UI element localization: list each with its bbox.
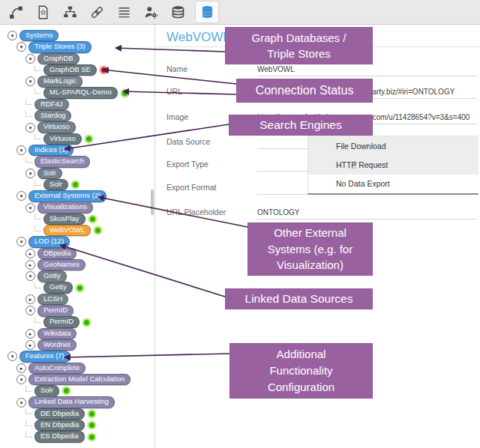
tree-node-geonames[interactable]: ▸GeoNames	[0, 259, 154, 270]
tree-node-stardog[interactable]: Stardog	[0, 110, 154, 121]
scrollbar-thumb[interactable]	[151, 190, 154, 215]
dropdown-option-no-data-export[interactable]: No Data Export	[308, 175, 478, 193]
tree-node-label[interactable]: Triple Stores (3)	[28, 41, 92, 52]
expand-toggle-icon[interactable]: ▸	[26, 340, 35, 350]
tree-node-label[interactable]: ML-SPARQL-Demo	[44, 87, 118, 98]
collapse-toggle-icon[interactable]: ▾	[26, 123, 35, 133]
expand-toggle-icon[interactable]: ▸	[26, 249, 35, 258]
collapse-toggle-icon[interactable]: ▾	[26, 76, 35, 86]
dropdown-option-file-download[interactable]: File Download	[308, 136, 478, 155]
tree-node-elasticsearch[interactable]: ElasticSearch	[0, 156, 154, 167]
tree-node-lod-12[interactable]: ▾LOD (12)	[0, 236, 154, 247]
collapse-toggle-icon[interactable]: ▾	[16, 398, 26, 408]
tree-node-label[interactable]: GraphDB SE	[44, 64, 97, 76]
tree-node-visualizations[interactable]: ▾Visualizations	[0, 202, 154, 213]
tree-node-label[interactable]: External Systems (2)	[28, 190, 106, 202]
collapse-toggle-icon[interactable]: ▾	[16, 145, 26, 155]
tree-node-es-dbpedia[interactable]: ES Dbpedia	[0, 431, 154, 442]
tree-node-label[interactable]: Virtuoso	[44, 133, 82, 145]
tree-node-label[interactable]: Wikidata	[38, 328, 76, 339]
tree-node-label[interactable]: GeoNames	[38, 259, 86, 270]
tree-node-en-dbpedia[interactable]: EN Dbpedia	[0, 420, 154, 431]
tree-node-external-systems-2[interactable]: ▾External Systems (2)	[0, 190, 154, 202]
link-icon[interactable]	[87, 2, 106, 22]
expand-toggle-icon[interactable]: ▸	[26, 329, 35, 339]
name-input[interactable]: WebVOWL	[257, 63, 476, 76]
tree-node-label[interactable]: Virtuoso	[38, 121, 76, 133]
expand-toggle-icon[interactable]: ▸	[26, 260, 35, 270]
tree-node-label[interactable]: DBpedia	[38, 248, 76, 259]
list-icon[interactable]	[114, 2, 134, 22]
tree-node-solr[interactable]: Solr	[0, 385, 154, 396]
tree-node-getty[interactable]: ▾Getty	[0, 270, 154, 282]
collapse-toggle-icon[interactable]: ▾	[16, 237, 26, 246]
tree-node-label[interactable]: Systems	[20, 30, 58, 41]
tree-node-solr[interactable]: Solr	[0, 179, 154, 190]
tree-node-lcsh[interactable]: ▸LCSH	[0, 294, 154, 305]
tree-node-features-7[interactable]: ▾Features (7)	[0, 351, 154, 362]
tree-node-triple-stores-3[interactable]: ▾Triple Stores (3)	[0, 41, 154, 52]
tree-node-label[interactable]: LCSH	[38, 294, 68, 305]
collapse-toggle-icon[interactable]: ▾	[26, 306, 35, 315]
tree-node-dbpedia[interactable]: ▸DBpedia	[0, 248, 154, 259]
databases-icon[interactable]	[168, 2, 188, 22]
tree-node-systems[interactable]: ▾Systems	[0, 30, 154, 41]
tree-node-label[interactable]: Features (7)	[20, 351, 70, 362]
tree-node-label[interactable]: Stardog	[34, 110, 71, 121]
tree-node-label[interactable]: EN Dbpedia	[34, 420, 85, 431]
tree-node-label[interactable]: Extraction Model Calculation	[28, 374, 130, 385]
user-settings-icon[interactable]	[141, 2, 160, 22]
tree-node-label[interactable]: RDF4J	[34, 99, 69, 110]
tree-node-de-dbpedia[interactable]: DE Dbpedia	[0, 408, 154, 420]
collapse-toggle-icon[interactable]: ▾	[16, 375, 26, 384]
tree-node-marklogic[interactable]: ▾MarkLogic	[0, 76, 154, 87]
tree-node-getty[interactable]: Getty	[0, 282, 154, 294]
collapse-toggle-icon[interactable]: ▾	[16, 42, 26, 52]
tree-node-rdf4j[interactable]: RDF4J	[0, 99, 154, 110]
tree-node-ml-sparql-demo[interactable]: ML-SPARQL-Demo	[0, 87, 154, 98]
tree-node-label[interactable]: ElasticSearch	[34, 156, 90, 167]
tree-node-virtuoso[interactable]: ▾Virtuoso	[0, 121, 154, 133]
tree-node-permid[interactable]: PermID	[0, 316, 154, 327]
tree-node-graphdb-se[interactable]: GraphDB SE	[0, 64, 154, 76]
tree-node-solr[interactable]: ▾Solr	[0, 168, 154, 179]
tree-node-label[interactable]: SkosPlay	[44, 214, 86, 225]
tree-node-permid[interactable]: ▾PermID	[0, 305, 154, 316]
tree-node-label[interactable]: Getty	[44, 282, 73, 293]
document-star-icon[interactable]	[33, 2, 52, 22]
tree-node-label[interactable]: MarkLogic	[38, 76, 82, 87]
tree-node-label[interactable]: Solr	[44, 179, 68, 190]
tree-node-wikidata[interactable]: ▸Wikidata	[0, 328, 154, 339]
hierarchy-icon[interactable]	[60, 2, 80, 22]
expand-toggle-icon[interactable]: ▸	[16, 363, 26, 373]
collapse-toggle-icon[interactable]: ▾	[26, 169, 35, 178]
tree-node-label[interactable]: Linked Data Harvesting	[28, 396, 115, 408]
tree-node-label[interactable]: Solr	[34, 385, 59, 396]
database-active-icon[interactable]	[195, 1, 219, 23]
tree-node-label[interactable]: Getty	[38, 270, 67, 282]
connections-icon[interactable]	[6, 2, 26, 22]
tree-node-label[interactable]: AutoComplete	[28, 363, 86, 374]
collapse-toggle-icon[interactable]: ▾	[8, 351, 17, 361]
tree-node-indices-1[interactable]: ▾Indices (1)	[0, 145, 154, 156]
tree-node-label[interactable]: DE Dbpedia	[34, 408, 85, 420]
tree-node-wordnet[interactable]: ▸Wordnet	[0, 339, 154, 351]
tree-node-label[interactable]: PermID	[44, 316, 80, 327]
expand-toggle-icon[interactable]: ▸	[26, 294, 35, 304]
tree-node-label[interactable]: PermID	[38, 305, 74, 316]
tree-node-linked-data-harvesting[interactable]: ▾Linked Data Harvesting	[0, 397, 154, 408]
collapse-toggle-icon[interactable]: ▾	[26, 203, 35, 213]
tree-node-label[interactable]: Wordnet	[38, 339, 76, 351]
tree-node-graphdb[interactable]: ▾GraphDB	[0, 53, 154, 64]
collapse-toggle-icon[interactable]: ▾	[26, 271, 35, 281]
collapse-toggle-icon[interactable]: ▾	[16, 191, 26, 201]
tree-node-label[interactable]: LOD (12)	[28, 236, 70, 247]
url-placeholder-input[interactable]: ONTOLOGY	[257, 206, 476, 220]
tree-node-label[interactable]: Solr	[38, 168, 62, 179]
tree-node-autocomplete[interactable]: ▸AutoComplete	[0, 363, 154, 374]
collapse-toggle-icon[interactable]: ▾	[26, 54, 35, 64]
tree-node-label[interactable]: GraphDB	[38, 53, 80, 64]
tree-node-extraction-model-calculation[interactable]: ▾Extraction Model Calculation	[0, 374, 154, 385]
tree-node-webvowl[interactable]: WebVOWL	[0, 225, 154, 236]
tree-node-virtuoso[interactable]: Virtuoso	[0, 133, 154, 145]
